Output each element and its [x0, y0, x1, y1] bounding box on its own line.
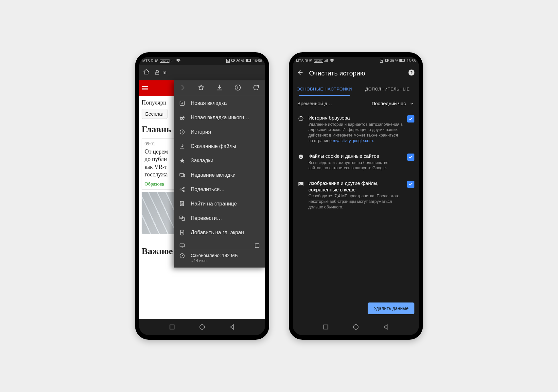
svg-point-33: [302, 157, 302, 158]
forward-icon[interactable]: [179, 84, 186, 92]
tab-basic[interactable]: ОСНОВНЫЕ НАСТРОЙКИ: [293, 82, 356, 96]
option-desc: Вы выйдете из аккаунтов на большинстве с…: [308, 160, 403, 171]
nav-recent[interactable]: [168, 323, 176, 331]
menu-share[interactable]: Поделиться…: [174, 182, 265, 197]
dropdown-value: Последний час: [372, 101, 406, 106]
battery-icon: [246, 59, 252, 63]
time-range-dropdown[interactable]: Последний час: [372, 101, 414, 106]
vibrate-icon: [231, 58, 235, 63]
svg-point-29: [299, 155, 303, 159]
wifi-icon: [176, 59, 181, 63]
svg-rect-19: [255, 244, 259, 248]
gauge-icon: [179, 253, 185, 259]
option-cookies[interactable]: Файлы cookie и данные сайтов Вы выйдете …: [296, 148, 416, 175]
system-nav: [293, 319, 419, 335]
nav-home[interactable]: [352, 323, 359, 331]
menu-label: Закладки: [191, 158, 213, 164]
menu-bookmarks[interactable]: Закладки: [174, 154, 265, 168]
savings-sub: с 14 июн.: [191, 258, 238, 264]
hamburger-icon[interactable]: [142, 86, 148, 90]
status-bar: MTS RUS VoLTE N 39 % 16:58: [293, 57, 419, 65]
checkbox-empty-icon: [254, 243, 260, 249]
battery-percent: 39 %: [236, 59, 244, 63]
app-bar: Очистить историю ?: [293, 65, 419, 82]
checkbox-checked[interactable]: [407, 115, 414, 122]
nav-back[interactable]: [229, 323, 236, 331]
menu-data-savings[interactable]: Сэкономлено: 192 МБ с 14 июн.: [174, 249, 265, 268]
page-title: Очистить историю: [309, 70, 403, 77]
menu-find-in-page[interactable]: Найти на странице: [174, 197, 265, 211]
battery-percent: 39 %: [390, 59, 398, 63]
volte-icon: VoLTE: [314, 59, 323, 63]
svg-rect-2: [246, 59, 248, 61]
nav-back[interactable]: [382, 323, 390, 331]
signal-icon: [171, 59, 175, 63]
help-icon[interactable]: ?: [408, 69, 415, 77]
volte-icon: VoLTE: [160, 59, 169, 63]
chevron-down-icon: [409, 101, 414, 106]
menu-label: История: [191, 129, 211, 135]
back-icon[interactable]: [297, 69, 304, 77]
reload-icon[interactable]: [253, 84, 260, 92]
menu-recent-tabs[interactable]: Недавние вкладки: [174, 168, 265, 182]
phone-left: MTS RUS VoLTE N 39 % 16:58: [135, 52, 269, 340]
menu-history[interactable]: История: [174, 125, 265, 139]
menu-label: Найти на странице: [191, 201, 237, 207]
signal-icon: [324, 59, 328, 63]
nav-recent[interactable]: [322, 323, 329, 331]
home-icon[interactable]: [143, 69, 149, 76]
battery-icon: [399, 59, 405, 63]
nav-home[interactable]: [199, 323, 206, 331]
myactivity-link[interactable]: myactivity.google.com: [333, 139, 373, 143]
time-range-label: Временной д…: [297, 101, 332, 106]
menu-add-home[interactable]: Добавить на гл. экран: [174, 225, 265, 240]
phone-right: MTS RUS VoLTE N 39 % 16:58 Очистить исто…: [289, 52, 423, 340]
wifi-icon: [330, 59, 334, 63]
menu-new-tab[interactable]: Новая вкладка: [174, 96, 265, 110]
option-browsing-history[interactable]: История браузера Удаление истории и вари…: [296, 110, 416, 148]
omnibox[interactable]: m: [139, 65, 265, 80]
lock-icon: [154, 69, 161, 76]
tabs: ОСНОВНЫЕ НАСТРОЙКИ ДОПОЛНИТЕЛЬНЫЕ: [293, 82, 419, 96]
menu-desktop-site-partial[interactable]: [174, 240, 265, 249]
option-desc: Освободится 7,4 МБ пространства. После э…: [308, 193, 403, 210]
status-time: 16:58: [253, 59, 262, 63]
svg-rect-23: [386, 59, 388, 62]
menu-incognito[interactable]: Новая вкладка инкогн…: [174, 110, 265, 125]
status-time: 16:58: [407, 59, 416, 63]
svg-rect-18: [180, 244, 184, 247]
svg-point-31: [301, 156, 302, 156]
svg-point-32: [300, 157, 301, 158]
menu-translate[interactable]: Перевести…: [174, 211, 265, 225]
svg-point-30: [300, 156, 301, 156]
svg-rect-36: [324, 325, 328, 329]
overflow-menu: Новая вкладка Новая вкладка инкогн… Исто…: [174, 80, 265, 268]
star-icon[interactable]: [198, 84, 205, 92]
checkbox-checked[interactable]: [407, 154, 414, 161]
status-bar: MTS RUS VoLTE N 39 % 16:58: [139, 57, 265, 65]
carrier-label: MTS RUS: [142, 59, 159, 63]
image-icon: [297, 180, 305, 187]
tab-label: ОСНОВНЫЕ НАСТРОЙКИ: [297, 87, 352, 91]
system-nav: [139, 319, 265, 335]
vibrate-icon: [385, 58, 389, 63]
tag-chip[interactable]: Бесплат: [142, 109, 167, 119]
checkbox-checked[interactable]: [407, 181, 414, 188]
cookie-icon: [297, 153, 305, 160]
svg-point-35: [299, 183, 300, 184]
menu-downloads[interactable]: Скачанные файлы: [174, 139, 265, 154]
menu-label: Добавить на гл. экран: [191, 230, 244, 236]
menu-label: Скачанные файлы: [191, 143, 236, 149]
clear-data-button[interactable]: Удалить данные: [368, 302, 414, 314]
option-title: Файлы cookie и данные сайтов: [308, 153, 403, 159]
option-desc: Удаление истории и вариантов автозаполне…: [308, 122, 403, 144]
tab-advanced[interactable]: ДОПОЛНИТЕЛЬНЫЕ: [356, 82, 419, 96]
download-icon[interactable]: [216, 84, 223, 92]
info-icon[interactable]: [234, 84, 241, 92]
nfc-icon: N: [226, 59, 230, 63]
menu-label: Перевести…: [191, 215, 222, 221]
menu-label: Новая вкладка инкогн…: [191, 115, 249, 121]
option-cached-images[interactable]: Изображения и другие файлы, сохраненные …: [296, 175, 416, 215]
menu-label: Недавние вкладки: [191, 172, 235, 178]
option-title: Изображения и другие файлы, сохраненные …: [308, 180, 403, 193]
